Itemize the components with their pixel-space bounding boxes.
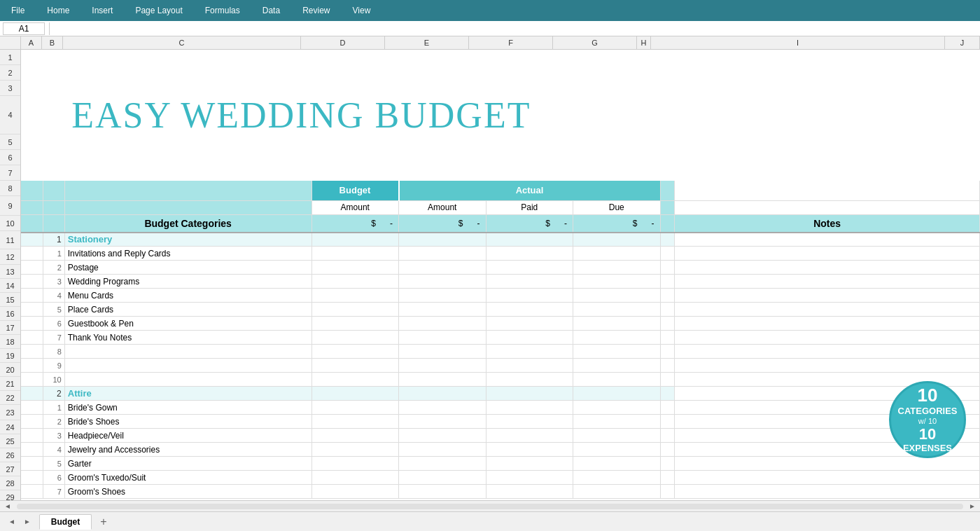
row-num-9[interactable]: 9 bbox=[0, 196, 20, 216]
item2-1-f[interactable] bbox=[486, 401, 573, 415]
cat2-e[interactable] bbox=[399, 387, 486, 401]
item2-7-f[interactable] bbox=[486, 485, 573, 499]
item1-9-e[interactable] bbox=[399, 359, 486, 373]
item1-1-g[interactable] bbox=[573, 247, 661, 261]
item2-4-g[interactable] bbox=[573, 443, 661, 457]
item2-1-d[interactable] bbox=[312, 401, 399, 415]
item1-7-g[interactable] bbox=[573, 331, 661, 345]
sheet-tab-add[interactable]: + bbox=[94, 513, 112, 530]
cell-1f[interactable] bbox=[486, 50, 573, 65]
item2-5-notes[interactable] bbox=[675, 457, 980, 471]
row-num-14[interactable]: 14 bbox=[0, 279, 20, 293]
item1-1-e[interactable] bbox=[399, 247, 486, 261]
item1-9-notes[interactable] bbox=[675, 359, 980, 373]
item1-2-g[interactable] bbox=[573, 261, 661, 275]
cell-2b[interactable] bbox=[43, 65, 64, 81]
item2-7-g[interactable] bbox=[573, 485, 661, 499]
cat2-f[interactable] bbox=[486, 387, 573, 401]
cell-3b[interactable] bbox=[43, 81, 64, 96]
cell-1h[interactable] bbox=[660, 50, 675, 65]
ribbon-insert[interactable]: Insert bbox=[86, 4, 118, 17]
item1-2-d[interactable] bbox=[312, 261, 399, 275]
row-num-12[interactable]: 12 bbox=[0, 249, 20, 265]
row-num-7[interactable]: 7 bbox=[0, 165, 20, 181]
item1-5-f[interactable] bbox=[486, 303, 573, 317]
cat1-d[interactable] bbox=[312, 233, 399, 247]
item1-6-g[interactable] bbox=[573, 317, 661, 331]
item1-6-notes[interactable] bbox=[675, 317, 980, 331]
row-num-29[interactable]: 29 bbox=[0, 490, 20, 500]
item1-8-g[interactable] bbox=[573, 345, 661, 359]
row-num-21[interactable]: 21 bbox=[0, 377, 20, 391]
ribbon-view[interactable]: View bbox=[347, 4, 377, 17]
item2-2-e[interactable] bbox=[399, 415, 486, 429]
cell-3c[interactable] bbox=[64, 81, 312, 96]
row-num-19[interactable]: 19 bbox=[0, 349, 20, 363]
item2-1-g[interactable] bbox=[573, 401, 661, 415]
tab-scroll-right[interactable]: ► bbox=[21, 518, 34, 525]
item2-3-d[interactable] bbox=[312, 429, 399, 443]
item1-5-e[interactable] bbox=[399, 303, 486, 317]
col-header-d[interactable]: D bbox=[301, 36, 385, 49]
item1-4-f[interactable] bbox=[486, 289, 573, 303]
row-num-17[interactable]: 17 bbox=[0, 321, 20, 335]
item2-7-d[interactable] bbox=[312, 485, 399, 499]
item1-10-e[interactable] bbox=[399, 373, 486, 387]
item1-4-notes[interactable] bbox=[675, 289, 980, 303]
item1-1-notes[interactable] bbox=[675, 247, 980, 261]
item1-7-e[interactable] bbox=[399, 331, 486, 345]
horizontal-scrollbar[interactable]: ◄ ► bbox=[0, 500, 980, 511]
item2-5-e[interactable] bbox=[399, 457, 486, 471]
item1-3-g[interactable] bbox=[573, 275, 661, 289]
tab-scroll-left[interactable]: ◄ bbox=[6, 518, 18, 525]
cell-2a[interactable] bbox=[21, 65, 43, 81]
sheet-tab-budget[interactable]: Budget bbox=[39, 514, 92, 530]
row-num-18[interactable]: 18 bbox=[0, 335, 20, 349]
ribbon-file[interactable]: File bbox=[6, 4, 30, 17]
item2-3-g[interactable] bbox=[573, 429, 661, 443]
item1-6-e[interactable] bbox=[399, 317, 486, 331]
row-num-23[interactable]: 23 bbox=[0, 405, 20, 420]
ribbon-data[interactable]: Data bbox=[257, 4, 286, 17]
ribbon-formulas[interactable]: Formulas bbox=[200, 4, 246, 17]
cell-1b[interactable] bbox=[43, 50, 64, 65]
item1-10-d[interactable] bbox=[312, 373, 399, 387]
col-header-f[interactable]: F bbox=[469, 36, 553, 49]
col-header-c[interactable]: C bbox=[63, 36, 301, 49]
cell-7a[interactable] bbox=[21, 150, 43, 165]
name-box[interactable] bbox=[3, 22, 45, 35]
row-num-15[interactable]: 15 bbox=[0, 293, 20, 307]
row-num-1[interactable]: 1 bbox=[0, 50, 20, 65]
item1-10-f[interactable] bbox=[486, 373, 573, 387]
item1-4-g[interactable] bbox=[573, 289, 661, 303]
item2-7-notes[interactable] bbox=[675, 485, 980, 499]
item2-6-g[interactable] bbox=[573, 471, 661, 485]
cat1-g[interactable] bbox=[573, 233, 661, 247]
item1-5-notes[interactable] bbox=[675, 303, 980, 317]
item1-10-g[interactable] bbox=[573, 373, 661, 387]
item2-4-f[interactable] bbox=[486, 443, 573, 457]
item1-9-d[interactable] bbox=[312, 359, 399, 373]
row-num-6[interactable]: 6 bbox=[0, 150, 20, 165]
item1-3-e[interactable] bbox=[399, 275, 486, 289]
item1-8-e[interactable] bbox=[399, 345, 486, 359]
cat1-e[interactable] bbox=[399, 233, 486, 247]
row-num-3[interactable]: 3 bbox=[0, 81, 20, 96]
item1-7-f[interactable] bbox=[486, 331, 573, 345]
item1-4-e[interactable] bbox=[399, 289, 486, 303]
cell-1a[interactable] bbox=[21, 50, 43, 65]
row-num-22[interactable]: 22 bbox=[0, 391, 20, 405]
item2-5-g[interactable] bbox=[573, 457, 661, 471]
row-num-4[interactable]: 4 bbox=[0, 96, 20, 135]
cell-2c[interactable] bbox=[64, 65, 312, 81]
row-num-10[interactable]: 10 bbox=[0, 216, 20, 231]
cell-1g[interactable] bbox=[573, 50, 661, 65]
item2-4-d[interactable] bbox=[312, 443, 399, 457]
cell-1e[interactable] bbox=[399, 50, 486, 65]
ribbon-home[interactable]: Home bbox=[41, 4, 75, 17]
scroll-left-arrow[interactable]: ◄ bbox=[1, 502, 14, 510]
row-num-8[interactable]: 8 bbox=[0, 181, 20, 196]
cell-1d[interactable] bbox=[312, 50, 399, 65]
cell-8a[interactable] bbox=[21, 165, 43, 181]
item1-2-e[interactable] bbox=[399, 261, 486, 275]
